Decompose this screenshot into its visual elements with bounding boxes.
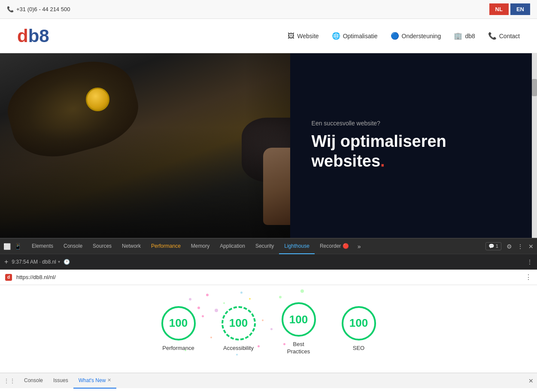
score-circle-best-practices: 100 (282, 302, 316, 337)
nav-optimalisatie-label: Optimalisatie (343, 33, 378, 40)
session-info: 9:37:54 AM · db8.nl ▾ (12, 259, 60, 265)
score-label-accessibility: Accessibility (223, 345, 254, 352)
close-whats-new-icon[interactable]: ✕ (107, 377, 111, 383)
tab-application[interactable]: Application (215, 239, 250, 254)
nav-optimalisatie[interactable]: 🌐 Optimalisatie (332, 32, 378, 40)
bottom-tab-whats-new[interactable]: What's New ✕ (73, 373, 117, 389)
bottom-tab-console[interactable]: Console (19, 373, 48, 389)
tab-lighthouse[interactable]: Lighthouse (279, 239, 315, 254)
db8-icon: 🏢 (454, 32, 462, 40)
tab-network[interactable]: Network (117, 239, 146, 254)
score-value-accessibility: 100 (229, 316, 248, 330)
score-performance: 100 Performance (161, 306, 196, 352)
devtools-toolbar: ⬜ 📱 Elements Console Sources Network Per… (0, 239, 537, 254)
close-devtools-icon[interactable]: ✕ (528, 243, 534, 250)
tab-console[interactable]: Console (58, 239, 88, 254)
bottom-bar-grip-icon[interactable]: ⋮⋮ (3, 377, 15, 384)
contact-icon: 📞 (488, 32, 497, 40)
language-switcher: NL EN (489, 3, 530, 15)
nav-db8-label: db8 (465, 33, 475, 40)
bottom-tab-whats-new-label: What's New (79, 377, 106, 383)
score-label-best-practices: BestPractices (287, 341, 310, 356)
website-icon: 🖼 (288, 32, 294, 40)
bottom-console-bar: ⋮⋮ Console Issues What's New ✕ ✕ (0, 373, 537, 388)
hero-title-line1: Wij optimaliseren (312, 132, 446, 150)
score-circle-performance: 100 (161, 306, 196, 340)
nav-links: 🖼 Website 🌐 Optimalisatie 🔵 Ondersteunin… (288, 32, 520, 40)
chat-badge[interactable]: 💬 1 (485, 242, 501, 250)
logo-8: 8 (39, 26, 49, 46)
score-label-performance: Performance (162, 345, 194, 352)
inspect-element-icon[interactable]: ⬜ (3, 243, 11, 250)
devtools-panel: ⬜ 📱 Elements Console Sources Network Per… (0, 238, 537, 388)
bottom-tab-issues[interactable]: Issues (48, 373, 73, 389)
score-label-seo: SEO (353, 345, 364, 352)
history-icon[interactable]: 🕐 (64, 259, 70, 265)
optimalisatie-icon: 🌐 (332, 32, 340, 40)
devtools-dock-icons: ⬜ 📱 (3, 243, 21, 250)
tab-sources[interactable]: Sources (88, 239, 117, 254)
site-favicon: d (5, 274, 12, 281)
tab-recorder[interactable]: Recorder 🔴 (315, 239, 354, 254)
lighthouse-panel: d https://db8.nl/nl/ ⋮ (0, 270, 537, 373)
lighthouse-url: https://db8.nl/nl/ (16, 274, 521, 280)
top-bar: 📞 +31 (0)6 - 44 214 500 NL EN (0, 0, 537, 19)
hero-title-line2: websites (312, 152, 381, 170)
tab-elements[interactable]: Elements (27, 239, 58, 254)
more-tabs-button[interactable]: » (354, 243, 364, 250)
confetti-background (0, 285, 537, 373)
devtools-tabs: Elements Console Sources Network Perform… (27, 239, 485, 254)
devtools-right-actions: 💬 1 ⚙ ⋮ ✕ (485, 242, 534, 250)
nav-ondersteuning[interactable]: 🔵 Ondersteuning (391, 32, 441, 40)
hero-background: Een succesvolle website? Wij optimaliser… (0, 53, 537, 238)
nav-website-label: Website (297, 33, 319, 40)
score-value-best-practices: 100 (289, 313, 308, 326)
scrollbar-thumb[interactable] (532, 79, 537, 96)
page-scrollbar[interactable] (532, 53, 537, 238)
close-bottom-panel-icon[interactable]: ✕ (528, 377, 534, 384)
hero-section: Een succesvolle website? Wij optimaliser… (0, 53, 537, 238)
nav-website[interactable]: 🖼 Website (288, 32, 319, 40)
logo-b: b (28, 26, 39, 46)
tab-security[interactable]: Security (250, 239, 279, 254)
nav-ondersteuning-label: Ondersteuning (402, 33, 441, 40)
score-circle-seo: 100 (342, 306, 376, 340)
lang-nl-button[interactable]: NL (489, 3, 509, 15)
tab-performance[interactable]: Performance (146, 239, 186, 254)
hero-text-panel: Een succesvolle website? Wij optimaliser… (290, 53, 537, 238)
lighthouse-more-icon[interactable]: ⋮ (525, 273, 532, 281)
session-dropdown[interactable]: ▾ (58, 259, 60, 264)
hero-title: Wij optimaliseren websites. (312, 132, 516, 171)
phone-number: +31 (0)6 - 44 214 500 (16, 6, 70, 12)
logo-d: d (17, 26, 28, 46)
settings-icon[interactable]: ⚙ (507, 243, 512, 250)
score-value-seo: 100 (349, 316, 368, 330)
add-session-button[interactable]: + (4, 258, 8, 266)
engine-cap (86, 88, 109, 111)
score-best-practices: 100 BestPractices (282, 302, 316, 356)
phone-display: 📞 +31 (0)6 - 44 214 500 (7, 6, 70, 12)
bottom-tab-issues-label: Issues (53, 377, 68, 383)
lang-en-button[interactable]: EN (510, 3, 530, 15)
tab-memory[interactable]: Memory (186, 239, 215, 254)
lighthouse-scores: 100 Performance 100 Accessibility 100 Be… (0, 285, 537, 373)
session-more-icon[interactable]: ⋮ (527, 258, 533, 265)
hero-dot: . (380, 152, 385, 170)
ellipsis-icon[interactable]: ⋮ (517, 243, 523, 250)
score-accessibility: 100 Accessibility (221, 306, 256, 352)
score-value-performance: 100 (169, 316, 188, 330)
score-seo: 100 SEO (342, 306, 376, 352)
session-time: 9:37:54 AM · db8.nl (12, 259, 56, 265)
device-mode-icon[interactable]: 📱 (14, 243, 21, 250)
navbar: db8 🖼 Website 🌐 Optimalisatie 🔵 Onderste… (0, 19, 537, 53)
ondersteuning-icon: 🔵 (391, 32, 399, 40)
devtools-session-bar: + 9:37:54 AM · db8.nl ▾ 🕐 ⋮ (0, 254, 537, 270)
bottom-tab-console-label: Console (24, 377, 43, 383)
score-circle-accessibility: 100 (221, 306, 256, 340)
hero-subtitle: Een succesvolle website? (312, 120, 516, 127)
nav-db8[interactable]: 🏢 db8 (454, 32, 475, 40)
lighthouse-url-bar: d https://db8.nl/nl/ ⋮ (0, 270, 537, 285)
logo[interactable]: db8 (17, 27, 49, 45)
nav-contact[interactable]: 📞 Contact (488, 32, 520, 40)
phone-icon: 📞 (7, 6, 14, 12)
